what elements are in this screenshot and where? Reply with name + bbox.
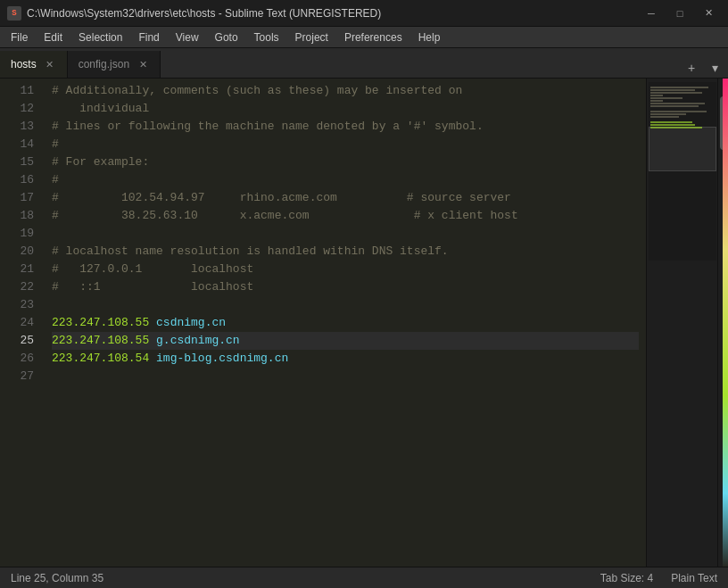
tab-hosts-label: hosts: [11, 58, 37, 70]
code-area[interactable]: # Additionally, comments (such as these)…: [45, 79, 646, 567]
menu-item-tools[interactable]: Tools: [247, 29, 286, 46]
code-line-16: #: [52, 171, 639, 189]
tab-size[interactable]: Tab Size: 4: [600, 572, 653, 584]
menu-item-help[interactable]: Help: [411, 29, 448, 46]
statusbar-left: Line 25, Column 35: [11, 572, 600, 584]
menu-item-preferences[interactable]: Preferences: [337, 29, 410, 46]
line-num-13: 13: [0, 118, 34, 136]
code-line-17: # 102.54.94.97 rhino.acme.com # source s…: [52, 189, 639, 207]
tab-hosts[interactable]: hosts ✕: [0, 51, 68, 78]
line-num-19: 19: [0, 225, 34, 243]
window-title: C:\Windows\System32\drivers\etc\hosts - …: [27, 7, 381, 20]
code-line-27: [52, 368, 639, 385]
line-num-23: 23: [0, 296, 34, 314]
line-numbers: 11 12 13 14 15 16 17 18 19 20 21 22 23 2…: [0, 79, 45, 567]
line-num-27: 27: [0, 368, 34, 385]
cursor-position: Line 25, Column 35: [11, 572, 103, 584]
menu-item-edit[interactable]: Edit: [37, 29, 70, 46]
line-num-25: 25: [0, 332, 34, 350]
syntax-mode[interactable]: Plain Text: [671, 572, 717, 584]
code-line-21: # 127.0.0.1 localhost: [52, 261, 639, 278]
tabbar-right: + ▾: [682, 58, 728, 78]
minimize-button[interactable]: ─: [639, 4, 664, 22]
code-line-26: 223.247.108.54 img-blog.csdnimg.cn: [52, 350, 639, 368]
line-num-26: 26: [0, 350, 34, 368]
line-num-17: 17: [0, 189, 34, 207]
code-line-13: # lines or following the machine name de…: [52, 118, 639, 136]
code-line-12: individual: [52, 100, 639, 118]
tab-config-json-close[interactable]: ✕: [136, 58, 149, 70]
line-num-11: 11: [0, 82, 34, 100]
right-accent-stripe: [723, 79, 728, 567]
minimap[interactable]: [646, 79, 717, 567]
tab-config-json-label: config.json: [79, 58, 129, 70]
code-line-24: 223.247.108.55 csdnimg.cn: [52, 314, 639, 332]
line-num-22: 22: [0, 278, 34, 296]
line-num-24: 24: [0, 314, 34, 332]
menu-item-find[interactable]: Find: [131, 29, 166, 46]
line-num-12: 12: [0, 100, 34, 118]
tab-config-json[interactable]: config.json ✕: [68, 51, 161, 78]
tab-hosts-close[interactable]: ✕: [44, 58, 56, 70]
menu-item-goto[interactable]: Goto: [208, 29, 245, 46]
line-num-15: 15: [0, 153, 34, 171]
statusbar-right: Tab Size: 4 Plain Text: [600, 572, 717, 584]
line-num-18: 18: [0, 207, 34, 225]
code-line-20: # localhost name resolution is handled w…: [52, 243, 639, 261]
menu-item-selection[interactable]: Selection: [71, 29, 129, 46]
titlebar-controls: ─ □ ✕: [639, 4, 721, 22]
new-tab-button[interactable]: +: [682, 58, 701, 78]
titlebar: S C:\Windows\System32\drivers\etc\hosts …: [0, 0, 728, 27]
code-line-22: # ::1 localhost: [52, 278, 639, 296]
close-button[interactable]: ✕: [696, 4, 721, 22]
line-num-20: 20: [0, 243, 34, 261]
code-line-15: # For example:: [52, 153, 639, 171]
titlebar-left: S C:\Windows\System32\drivers\etc\hosts …: [7, 6, 381, 21]
code-line-14: #: [52, 136, 639, 153]
code-line-19: [52, 225, 639, 243]
line-num-14: 14: [0, 136, 34, 153]
code-line-25: 223.247.108.55 g.csdnimg.cn: [52, 332, 639, 350]
app-icon: S: [7, 6, 21, 21]
editor: 11 12 13 14 15 16 17 18 19 20 21 22 23 2…: [0, 79, 728, 567]
menu-item-view[interactable]: View: [169, 29, 206, 46]
statusbar: Line 25, Column 35 Tab Size: 4 Plain Tex…: [0, 567, 728, 588]
code-line-23: [52, 296, 639, 314]
tabbar: hosts ✕ config.json ✕ + ▾: [0, 48, 728, 79]
menu-item-project[interactable]: Project: [288, 29, 335, 46]
menubar: FileEditSelectionFindViewGotoToolsProjec…: [0, 27, 728, 48]
code-line-18: # 38.25.63.10 x.acme.com # x client host: [52, 207, 639, 225]
menu-item-file[interactable]: File: [4, 29, 35, 46]
tab-list-button[interactable]: ▾: [705, 58, 724, 78]
line-num-16: 16: [0, 171, 34, 189]
code-line-11: # Additionally, comments (such as these)…: [52, 82, 639, 100]
line-num-21: 21: [0, 261, 34, 278]
maximize-button[interactable]: □: [667, 4, 692, 22]
